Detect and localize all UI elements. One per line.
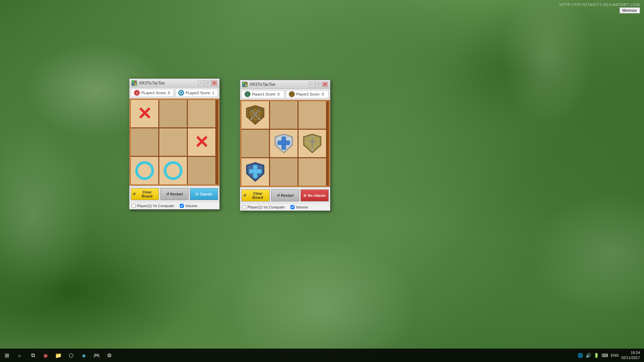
svg-rect-22 xyxy=(250,109,253,110)
window-medieval: XR3TicTacToe – □ ✕ Player1 Score: 0 xyxy=(240,80,330,211)
window1-vs-computer-text: Player(1) Vs Computer xyxy=(137,204,174,208)
window1-vs-computer-checkbox[interactable] xyxy=(131,204,136,208)
window1-player1-score: X PLayer1 Score: 0 xyxy=(131,89,174,97)
window1-vs-computer-label[interactable]: Player(1) Vs Computer xyxy=(131,204,174,208)
window2-vs-computer-text: Player(1) Vs Computer xyxy=(248,205,285,209)
cell-2-1[interactable] xyxy=(159,157,187,184)
start-button[interactable]: ⊞ xyxy=(0,349,13,362)
minimize-button-top[interactable]: Minimize xyxy=(620,7,640,13)
window2-maximize-btn[interactable]: □ xyxy=(315,82,321,87)
window1-minimize-btn[interactable]: – xyxy=(198,80,204,86)
clock-date: 02/11/2017 xyxy=(622,355,640,360)
window1-score-bar: X PLayer1 Score: 0 PLayer2 Score: 1 xyxy=(129,87,219,99)
network-icon[interactable]: 🌐 xyxy=(578,353,583,358)
cell-1-0[interactable] xyxy=(131,128,158,156)
search-icon: ⌕ xyxy=(18,353,21,358)
w2-cell-2-2[interactable] xyxy=(299,158,326,186)
titlebar-medieval: XR3TicTacToe – □ ✕ xyxy=(240,80,330,89)
window2-vs-computer-label[interactable]: Player(1) Vs Computer xyxy=(242,205,285,209)
taskbar-app5[interactable]: ◈ xyxy=(78,349,90,362)
svg-rect-9 xyxy=(245,82,247,84)
taskbar: ⊞ ⌕ ⧉ ◉ 📁 ⬡ ◈ 🎮 ⚙ 🌐 🔊 🔋 ⌨ ENG xyxy=(0,349,644,362)
window1-player2-icon xyxy=(178,90,184,96)
taskbar-system-tray: 🌐 🔊 🔋 ⌨ ENG 19:24 02/11/2017 xyxy=(578,350,644,361)
window1-volume-label[interactable]: Volume xyxy=(180,204,198,208)
window2-noclassic-button[interactable]: ⊘ No classic xyxy=(301,189,329,201)
battery-icon[interactable]: 🔋 xyxy=(594,353,599,358)
w2-cell-1-0[interactable] xyxy=(241,130,269,157)
cell-0-0[interactable]: ✕ xyxy=(131,100,158,127)
x-mark-0-0: ✕ xyxy=(137,105,152,122)
speaker-icon[interactable]: 🔊 xyxy=(586,353,591,358)
svg-rect-8 xyxy=(243,82,245,84)
restart-icon-1: ↺ xyxy=(166,192,169,196)
start-icon: ⊞ xyxy=(5,352,9,359)
noclassic-icon: ⊘ xyxy=(303,193,306,198)
window1-close-btn[interactable]: ✕ xyxy=(211,80,217,86)
window2-board-container xyxy=(240,100,330,187)
window2-player2-score-val: 0 xyxy=(322,92,324,96)
lang-indicator[interactable]: ENG xyxy=(611,353,619,357)
window2-volume-label[interactable]: Volume xyxy=(290,205,308,209)
cell-1-1[interactable] xyxy=(159,128,187,156)
taskbar-files[interactable]: 📁 xyxy=(52,349,64,362)
cell-2-2[interactable] xyxy=(188,157,215,184)
window1-volume-checkbox[interactable] xyxy=(180,204,184,208)
cell-0-2[interactable] xyxy=(188,100,215,127)
o-mark-2-0 xyxy=(135,161,154,180)
restart-icon-2: ↺ xyxy=(277,193,280,198)
w2-cell-0-1[interactable] xyxy=(270,101,298,129)
window2-game-board xyxy=(241,101,329,186)
window2-volume-checkbox[interactable] xyxy=(290,205,294,209)
taskbar-clock[interactable]: 19:24 02/11/2017 xyxy=(622,350,640,361)
app-icon-medieval xyxy=(242,82,248,87)
w2-cell-2-0[interactable] xyxy=(241,158,269,186)
taskbar-taskview[interactable]: ⧉ xyxy=(27,349,39,362)
window1-maximize-btn[interactable]: □ xyxy=(205,80,211,86)
shield-p2b xyxy=(303,133,322,154)
taskbar-app6[interactable]: 🎮 xyxy=(91,349,103,362)
taskbar-app7[interactable]: ⚙ xyxy=(103,349,115,362)
svg-rect-1 xyxy=(135,81,136,83)
shield-p1b xyxy=(246,162,265,182)
window1-player1-icon: X xyxy=(134,90,140,96)
svg-rect-11 xyxy=(245,85,247,86)
svg-rect-29 xyxy=(278,141,290,145)
svg-point-25 xyxy=(259,118,260,120)
svg-rect-10 xyxy=(243,85,245,86)
window2-player1-score: Player1 Score: 0 xyxy=(241,90,284,98)
w2-cell-1-2[interactable] xyxy=(299,130,326,157)
search-button[interactable]: ⌕ xyxy=(13,349,25,362)
app6-icon: 🎮 xyxy=(93,352,100,359)
window2-clear-button[interactable]: ↺ Clear Board xyxy=(241,189,270,201)
window2-restart-button[interactable]: ↺ Restart xyxy=(271,189,299,201)
cell-0-1[interactable] xyxy=(159,100,187,127)
taskview-icon: ⧉ xyxy=(31,352,35,358)
window1-restart-button[interactable]: ↺ Restart xyxy=(160,188,189,200)
svg-rect-0 xyxy=(132,81,134,83)
clock-time: 19:24 xyxy=(622,350,640,355)
window1-game-board: ✕ ✕ xyxy=(131,100,218,184)
cell-2-0[interactable] xyxy=(131,157,158,184)
keyboard-icon[interactable]: ⌨ xyxy=(602,353,608,358)
taskbar-chrome[interactable]: ◉ xyxy=(40,349,52,362)
w2-cell-2-1[interactable] xyxy=(270,158,298,186)
window1-clear-button[interactable]: ↺ Clear Board xyxy=(131,188,159,200)
window1-classic-button[interactable]: ⊙ Classic xyxy=(190,188,218,200)
window2-vs-computer-checkbox[interactable] xyxy=(242,205,246,209)
window2-minimize-btn[interactable]: – xyxy=(309,82,315,87)
window2-player1-label: Player1 Score: xyxy=(252,92,276,96)
w2-cell-0-2[interactable] xyxy=(299,101,326,129)
titlebar-classic: XR3TicTacToe – □ ✕ xyxy=(129,79,219,87)
svg-rect-35 xyxy=(309,141,316,142)
taskbar-app4[interactable]: ⬡ xyxy=(65,349,77,362)
cell-1-2[interactable]: ✕ xyxy=(188,128,215,156)
w2-cell-1-1[interactable] xyxy=(270,130,298,157)
app5-icon: ◈ xyxy=(82,352,86,359)
window2-close-btn[interactable]: ✕ xyxy=(322,82,328,87)
files-icon: 📁 xyxy=(55,352,62,359)
w2-cell-0-0[interactable] xyxy=(241,101,269,129)
window2-volume-text: Volume xyxy=(296,205,308,209)
shield-p2a xyxy=(274,133,293,154)
window1-classic-label: Classic xyxy=(200,192,213,196)
